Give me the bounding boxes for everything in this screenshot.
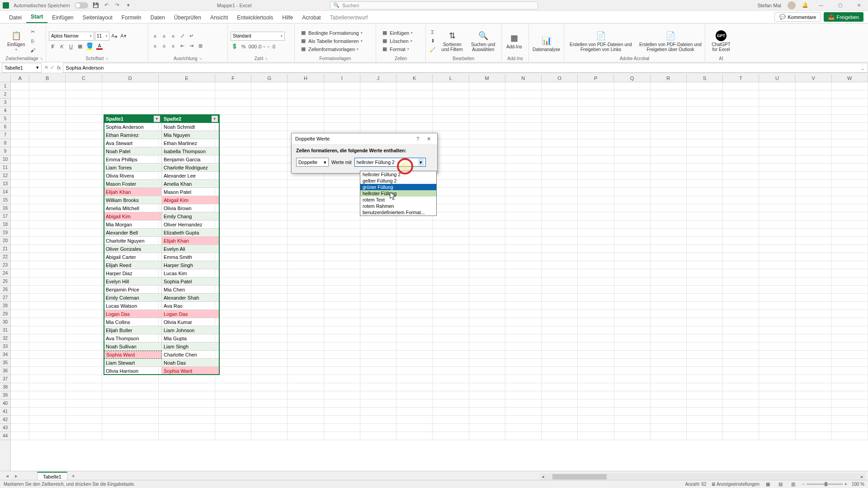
cell[interactable] <box>29 277 66 286</box>
cell[interactable] <box>469 82 505 90</box>
table-cell[interactable]: Olivia Brown <box>162 204 220 212</box>
table-cell[interactable]: Sophia Ward <box>162 367 220 375</box>
scroll-right-icon[interactable]: ► <box>859 474 865 480</box>
orientation-icon[interactable]: ⤢ <box>178 32 186 40</box>
cell[interactable] <box>687 359 723 367</box>
cell[interactable] <box>505 115 542 123</box>
cell[interactable] <box>469 164 505 172</box>
cell[interactable] <box>360 351 396 359</box>
cell[interactable] <box>324 432 360 440</box>
table-cell[interactable]: Mason Patel <box>162 188 220 196</box>
cell[interactable] <box>251 383 288 391</box>
cell[interactable] <box>324 326 360 334</box>
cell[interactable] <box>360 408 396 416</box>
cell[interactable] <box>66 212 102 221</box>
cell[interactable] <box>651 310 687 318</box>
cell[interactable] <box>159 82 215 90</box>
cell[interactable] <box>324 310 360 318</box>
cell[interactable] <box>215 367 251 375</box>
cell[interactable] <box>396 277 433 286</box>
cell[interactable] <box>288 253 324 261</box>
cell[interactable] <box>651 164 687 172</box>
cell[interactable] <box>796 383 832 391</box>
cell[interactable] <box>687 277 723 286</box>
cell[interactable] <box>66 253 102 261</box>
cell[interactable] <box>542 99 578 107</box>
cell[interactable] <box>796 245 832 253</box>
launcher-icon[interactable]: ↘ <box>40 56 43 61</box>
cell[interactable] <box>396 399 433 408</box>
cell[interactable] <box>215 343 251 351</box>
table-cell[interactable]: Olivia Kumar <box>162 318 220 326</box>
cell[interactable] <box>215 82 251 90</box>
cell[interactable] <box>832 221 868 229</box>
cell[interactable] <box>433 139 469 147</box>
cell[interactable] <box>360 269 396 277</box>
cell[interactable] <box>614 212 651 221</box>
cell[interactable] <box>542 326 578 334</box>
cell[interactable] <box>11 343 29 351</box>
cell[interactable] <box>396 269 433 277</box>
cell[interactable] <box>29 204 66 212</box>
cell[interactable] <box>29 261 66 269</box>
cell[interactable] <box>542 123 578 131</box>
cell[interactable] <box>542 172 578 180</box>
table-cell[interactable]: William Brooks <box>104 196 162 204</box>
row-header[interactable]: 9 <box>0 147 10 155</box>
cell[interactable] <box>11 139 29 147</box>
cell[interactable] <box>796 367 832 375</box>
column-header[interactable]: O <box>542 74 578 82</box>
cell[interactable] <box>723 302 759 310</box>
cell[interactable] <box>433 115 469 123</box>
cell[interactable] <box>614 359 651 367</box>
cell[interactable] <box>505 188 542 196</box>
align-right-icon[interactable]: ≡ <box>169 42 177 50</box>
cell[interactable] <box>396 123 433 131</box>
cell[interactable] <box>542 318 578 326</box>
cell[interactable] <box>542 107 578 115</box>
cancel-formula-icon[interactable]: ✕ <box>44 65 48 70</box>
cell[interactable] <box>759 261 795 269</box>
table-cell[interactable]: Mia Chen <box>162 286 220 294</box>
cell[interactable] <box>433 367 469 375</box>
cell[interactable] <box>796 237 832 245</box>
cell[interactable] <box>360 334 396 343</box>
cell[interactable] <box>614 302 651 310</box>
cell[interactable] <box>614 286 651 294</box>
cell[interactable] <box>433 375 469 383</box>
cell[interactable] <box>651 416 687 424</box>
cell[interactable] <box>832 383 868 391</box>
cell[interactable] <box>288 90 324 99</box>
column-header[interactable]: W <box>832 74 868 82</box>
cell[interactable] <box>687 147 723 155</box>
cell[interactable] <box>288 269 324 277</box>
cell[interactable] <box>651 139 687 147</box>
cell[interactable] <box>687 399 723 408</box>
cell[interactable] <box>578 90 614 99</box>
cell[interactable] <box>651 424 687 432</box>
page-break-view-icon[interactable]: ▥ <box>789 481 797 488</box>
cell[interactable] <box>542 286 578 294</box>
cell[interactable] <box>433 351 469 359</box>
cell[interactable] <box>251 237 288 245</box>
cell[interactable] <box>396 343 433 351</box>
cell[interactable] <box>159 408 215 416</box>
cell[interactable] <box>505 334 542 343</box>
cell[interactable] <box>251 277 288 286</box>
cell[interactable] <box>360 245 396 253</box>
cell[interactable] <box>469 139 505 147</box>
cell[interactable] <box>651 408 687 416</box>
table-cell[interactable]: Elijah Butler <box>104 326 162 334</box>
table-cell[interactable]: Mia Collins <box>104 318 162 326</box>
cell[interactable] <box>215 253 251 261</box>
dropdown-option[interactable]: rotem Text <box>360 197 436 203</box>
cell[interactable] <box>723 115 759 123</box>
cell[interactable] <box>215 212 251 221</box>
row-header[interactable]: 14 <box>0 188 10 196</box>
save-icon[interactable]: 💾 <box>93 2 99 9</box>
cell[interactable] <box>66 180 102 188</box>
cell[interactable] <box>29 408 66 416</box>
table-cell[interactable]: Charlotte Chen <box>162 351 220 359</box>
cell[interactable] <box>215 416 251 424</box>
cell[interactable] <box>215 326 251 334</box>
